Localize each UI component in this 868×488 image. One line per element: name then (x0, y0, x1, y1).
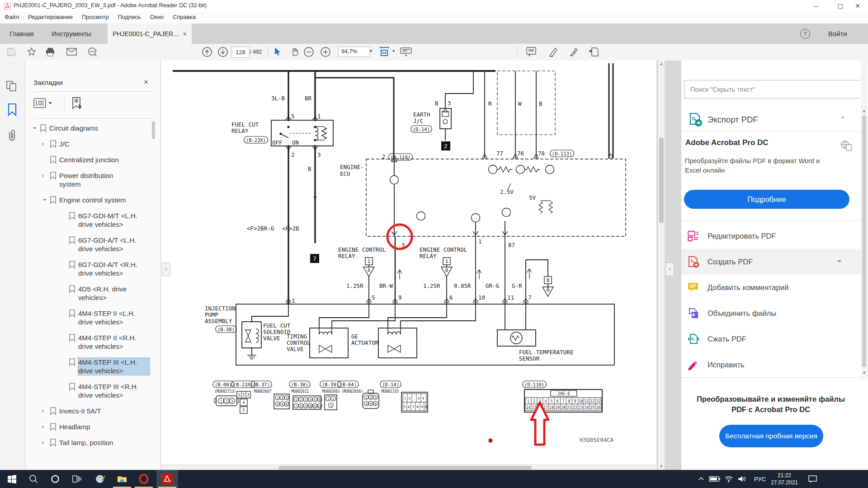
sign-in-button[interactable]: Войти (828, 30, 847, 38)
tool-combine[interactable]: Объединить файлы (681, 300, 861, 326)
bookmark-item-15[interactable]: ›Tail lamp, position (25, 435, 160, 450)
bookmark-label[interactable]: Centralized junction (59, 155, 119, 164)
add-bookmark-icon[interactable] (64, 97, 91, 111)
bookmark-item-5[interactable]: 6G7-GDI-M/T <L.H. drive vehicles> (25, 208, 160, 232)
fit-width-icon[interactable] (379, 47, 391, 57)
cortana-icon[interactable] (44, 470, 66, 488)
document-vertical-scrollbar[interactable]: ▲ ▼ (658, 61, 665, 470)
send-document-icon[interactable] (588, 47, 600, 57)
bookmark-label[interactable]: Circuit diagrams (49, 124, 98, 132)
select-tool-icon[interactable] (274, 47, 282, 57)
tab-home[interactable]: Главная (0, 23, 43, 44)
page-number-input[interactable] (231, 47, 250, 58)
minimize-button[interactable]: – (806, 0, 826, 12)
battery-icon[interactable] (709, 470, 721, 488)
scrollbar-thumb[interactable] (659, 137, 664, 223)
help-icon[interactable]: ? (800, 29, 810, 39)
zoom-out-icon[interactable] (303, 47, 314, 57)
acrobat-taskbar-icon[interactable] (156, 470, 178, 488)
chevron-down-icon[interactable]: ⌄ (836, 254, 843, 264)
bookmark-item-3[interactable]: ›Power distribution system (25, 168, 160, 192)
bookmark-label[interactable]: Invecs-II 5A/T (59, 407, 101, 415)
bookmark-label[interactable]: 4M4-STEP III <L.H. drive vehicles> (78, 358, 150, 375)
language-indicator[interactable]: РУС (754, 470, 766, 488)
collapse-chevron-icon[interactable]: ⌃ (840, 116, 845, 122)
bookmark-item-2[interactable]: Centralized junction (25, 152, 160, 168)
chevron-right-icon[interactable]: › (42, 438, 48, 446)
attachments-icon[interactable] (6, 129, 19, 143)
tool-fix[interactable]: Исправить (681, 352, 861, 378)
bookmark-label[interactable]: 4D5 <R.H. drive vehicles> (78, 285, 150, 302)
learn-more-button[interactable]: Подробнее (684, 190, 849, 209)
bookmark-label[interactable]: 6G7-GDI-M/T <L.H. drive vehicles> (78, 211, 150, 229)
bookmark-item-12[interactable]: 4M4-STEP III <R.H. drive vehicles> (25, 379, 160, 403)
hand-tool-icon[interactable] (290, 47, 301, 57)
zoom-in-icon[interactable] (320, 47, 331, 57)
clock[interactable]: 21:2227.07.2021 (769, 472, 800, 486)
email-icon[interactable] (66, 48, 77, 56)
page-thumbnails-icon[interactable] (6, 80, 19, 92)
bookmark-item-1[interactable]: ›J/C (25, 136, 160, 152)
taskbar-search-icon[interactable] (23, 470, 44, 488)
scroll-up-icon[interactable]: ▲ (861, 108, 868, 113)
file-explorer-icon[interactable] (111, 470, 133, 488)
bookmark-item-0[interactable]: ⌄Circuit diagrams (25, 120, 160, 136)
bookmark-label[interactable]: Engine control system (59, 196, 126, 204)
bookmark-item-8[interactable]: 4D5 <R.H. drive vehicles> (25, 281, 160, 305)
notifications-icon[interactable] (808, 470, 817, 488)
bookmark-label[interactable]: 6G7-GDI-A/T <L.H. drive vehicles> (78, 236, 150, 253)
export-pdf-section-header[interactable]: Экспорт PDF ⌃ (681, 109, 861, 130)
bookmark-options-icon[interactable] (33, 97, 56, 110)
highlight-icon[interactable] (548, 47, 559, 57)
start-button[interactable] (1, 470, 23, 488)
bookmark-label[interactable]: Tail lamp, position (59, 438, 113, 447)
menu-item-4[interactable]: Окно (146, 12, 168, 22)
tab-tools[interactable]: Инструменты (45, 23, 98, 44)
previous-view-floater[interactable]: ‹ (162, 263, 170, 276)
wiring-diagram[interactable]: 3L-BBR51FUEL CUTRELAYOFFON23BEARTHJ/CB3R… (161, 61, 681, 470)
tool-edit[interactable]: Редактировать PDF (681, 223, 861, 249)
bookmark-label[interactable]: J/C (59, 140, 70, 148)
scrolling-mode-icon[interactable] (400, 47, 412, 56)
bookmark-label[interactable]: 4M4-STEP II <R.H. drive vehicles> (78, 333, 150, 351)
close-button[interactable]: ✕ (847, 0, 868, 12)
tab-close-icon[interactable]: × (183, 30, 187, 38)
print-icon[interactable] (45, 47, 55, 57)
menu-item-5[interactable]: Справка (168, 12, 200, 22)
bookmark-item-13[interactable]: ›Invecs-II 5A/T (25, 403, 160, 419)
star-icon[interactable] (27, 47, 37, 57)
scrollbar-thumb[interactable] (862, 116, 866, 367)
menu-item-0[interactable]: Файл (0, 12, 24, 22)
bookmark-item-9[interactable]: 4M4-STEP II <L.H. drive vehicles> (25, 305, 160, 330)
chevron-right-icon[interactable]: › (42, 140, 48, 147)
sign-pen-icon[interactable] (569, 47, 580, 57)
bookmark-item-6[interactable]: 6G7-GDI-A/T <L.H. drive vehicles> (25, 232, 160, 257)
bookmark-label[interactable]: Headlamp (59, 422, 90, 431)
comment-icon[interactable] (526, 47, 537, 57)
chevron-down-icon[interactable]: ⌄ (32, 122, 38, 131)
search-icon[interactable] (87, 47, 98, 58)
tool-comment[interactable]: Добавить комментарий (681, 275, 861, 300)
fit-dropdown-icon[interactable]: ▼ (392, 49, 396, 53)
chevron-right-icon[interactable]: › (42, 171, 48, 179)
tool-create[interactable]: Создать PDF⌄ (681, 249, 861, 275)
bookmarks-panel-icon[interactable] (6, 103, 19, 117)
bookmark-item-11[interactable]: 4M4-STEP III <L.H. drive vehicles> (25, 354, 160, 379)
next-view-floater[interactable]: › (665, 263, 674, 276)
save-icon[interactable] (6, 47, 16, 57)
chevron-right-icon[interactable]: › (42, 422, 48, 430)
previous-page-icon[interactable] (202, 47, 212, 57)
bookmark-item-10[interactable]: 4M4-STEP II <R.H. drive vehicles> (25, 330, 160, 354)
panel-scrollbar[interactable]: ▲ ▼ (861, 108, 868, 379)
zoom-level-select[interactable]: 94,7% (338, 47, 370, 57)
bookmark-item-7[interactable]: 6G7-GDI-A/T <R.H. drive vehicles> (25, 257, 160, 281)
opera-icon[interactable] (133, 470, 155, 488)
tools-search-input[interactable] (684, 80, 867, 99)
next-page-icon[interactable] (217, 47, 228, 57)
bookmark-label[interactable]: 4M4-STEP II <L.H. drive vehicles> (78, 309, 150, 326)
chevron-down-icon[interactable]: ⌄ (42, 194, 48, 202)
paint-icon[interactable] (90, 470, 111, 488)
menu-item-3[interactable]: Подпись (113, 12, 145, 22)
menu-item-2[interactable]: Просмотр (77, 12, 113, 22)
bookmarks-close-icon[interactable]: × (144, 78, 148, 87)
